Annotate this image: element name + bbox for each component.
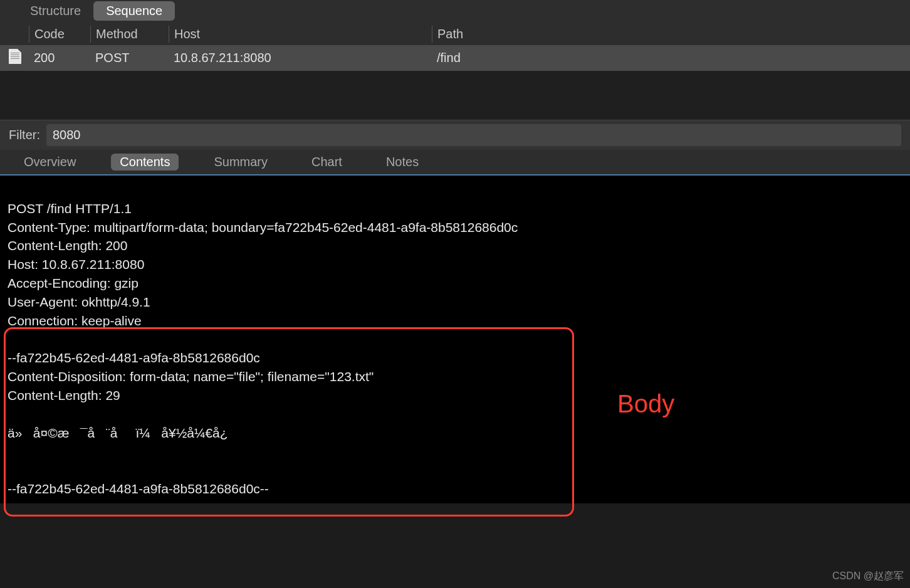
tab-overview[interactable]: Overview — [15, 154, 85, 171]
http-content-area[interactable]: POST /find HTTP/1.1 Content-Type: multip… — [0, 176, 910, 503]
http-part-length: Content-Length: 29 — [8, 388, 120, 402]
tab-chart[interactable]: Chart — [303, 154, 351, 171]
http-host: Host: 10.8.67.211:8080 — [8, 257, 144, 271]
tab-notes[interactable]: Notes — [377, 154, 427, 171]
watermark: CSDN @赵彦军 — [832, 570, 904, 583]
request-path: /find — [432, 50, 910, 66]
http-content-length: Content-Length: 200 — [8, 238, 127, 253]
request-code: 200 — [29, 50, 90, 66]
document-icon — [9, 49, 21, 64]
request-list-empty — [0, 71, 910, 120]
http-request-line: POST /find HTTP/1.1 — [8, 201, 132, 216]
col-header-code[interactable]: Code — [29, 26, 90, 43]
top-tabs-bar: Structure Sequence — [0, 0, 910, 23]
http-disposition: Content-Disposition: form-data; name="fi… — [8, 369, 374, 384]
filter-label: Filter: — [9, 128, 40, 142]
col-header-icon — [0, 33, 29, 36]
http-accept-encoding: Accept-Encoding: gzip — [8, 276, 139, 290]
tab-structure[interactable]: Structure — [18, 1, 93, 21]
http-body-data: ä» å¤©æ ¯å ¨å ï¼ å¥½å¼€å¿ — [8, 426, 228, 440]
col-header-method[interactable]: Method — [90, 26, 169, 43]
request-method: POST — [90, 50, 169, 66]
http-boundary-end: --fa722b45-62ed-4481-a9fa-8b5812686d0c-- — [8, 481, 269, 496]
tab-summary[interactable]: Summary — [205, 154, 276, 171]
request-host: 10.8.67.211:8080 — [169, 50, 432, 66]
http-content-type: Content-Type: multipart/form-data; bound… — [8, 220, 518, 234]
detail-tabs-bar: Overview Contents Summary Chart Notes — [0, 150, 910, 174]
request-list-header: Code Method Host Path — [0, 23, 910, 45]
col-header-host[interactable]: Host — [169, 26, 432, 43]
filter-bar: Filter: — [0, 120, 910, 150]
http-boundary-start: --fa722b45-62ed-4481-a9fa-8b5812686d0c — [8, 350, 260, 365]
tab-sequence[interactable]: Sequence — [93, 1, 175, 21]
request-type-icon — [0, 48, 29, 68]
tab-contents[interactable]: Contents — [111, 154, 179, 171]
request-row[interactable]: 200 POST 10.8.67.211:8080 /find — [0, 45, 910, 71]
http-user-agent: User-Agent: okhttp/4.9.1 — [8, 295, 150, 309]
http-connection: Connection: keep-alive — [8, 313, 142, 328]
filter-input[interactable] — [46, 124, 901, 146]
col-header-path[interactable]: Path — [432, 26, 910, 43]
